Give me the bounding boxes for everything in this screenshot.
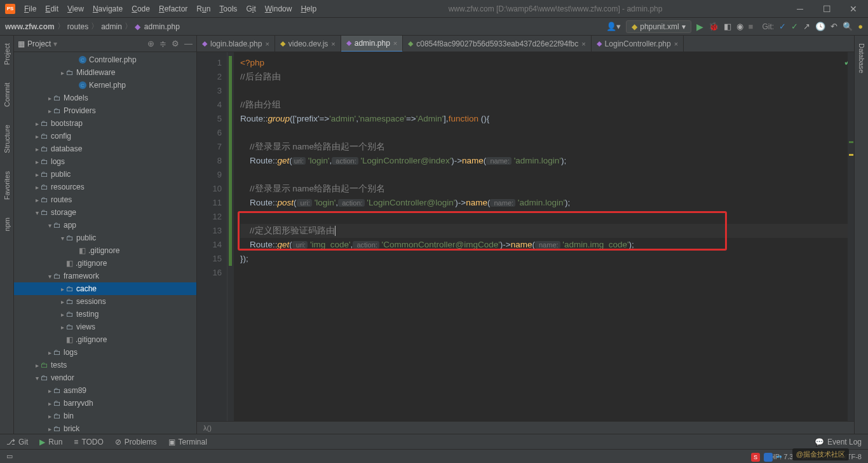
tree-node-resources[interactable]: ▸🗀resources [14, 181, 196, 193]
git-history-button[interactable]: 🕓 [815, 22, 825, 31]
tree-node--gitignore[interactable]: ◧.gitignore [14, 333, 196, 346]
tool-git[interactable]: ⎇Git [6, 438, 28, 446]
tree-node-routes[interactable]: ▸🗀routes [14, 193, 196, 206]
line-gutter[interactable]: 12345678910111213141516 [197, 52, 227, 421]
user-icon[interactable]: 👤▾ [606, 22, 621, 31]
quick-actions-icon[interactable]: ▭ [6, 452, 13, 460]
tree-node-app[interactable]: ▾🗀app [14, 219, 196, 232]
coverage-button[interactable]: ◧ [724, 22, 731, 31]
tree-node-public[interactable]: ▸🗀public [14, 168, 196, 181]
menu-file[interactable]: File [20, 3, 40, 15]
debug-button[interactable]: 🐞 [709, 22, 719, 31]
tab-admin-php[interactable]: ◆admin.php× [341, 36, 403, 52]
tab-video-dev-js[interactable]: ◆video.dev.js× [275, 36, 341, 52]
tree-node-cache[interactable]: ▸🗀cache [14, 282, 196, 295]
window-title: www.zfw.com [D:\wamp64\www\test\www.zfw.… [320, 4, 790, 13]
tree-node-barryvdh[interactable]: ▸🗀barryvdh [14, 397, 196, 410]
tree-node-middleware[interactable]: ▸🗀Middleware [14, 66, 196, 79]
tree-node-asm89[interactable]: ▸🗀asm89 [14, 384, 196, 397]
tree-node-logs[interactable]: ▸🗀logs [14, 155, 196, 168]
tree-node-public[interactable]: ▾🗀public [14, 232, 196, 244]
rail-favorites[interactable]: Favorites [2, 169, 12, 202]
error-stripe[interactable] [848, 52, 854, 421]
tree-node-storage[interactable]: ▾🗀storage [14, 206, 196, 219]
tool-run[interactable]: ▶Run [39, 438, 62, 446]
tray-icon-1[interactable]: S [751, 453, 760, 462]
git-push-button[interactable]: ↗ [803, 22, 810, 31]
close-icon[interactable]: × [581, 40, 585, 48]
tab-logincontroller-php[interactable]: ◆LoginController.php× [592, 36, 684, 52]
git-rollback-button[interactable]: ↶ [831, 22, 837, 31]
tree-node-controller-php[interactable]: CController.php [14, 53, 196, 66]
tray-icon-2[interactable] [764, 453, 773, 462]
menu-edit[interactable]: Edit [41, 3, 62, 15]
rail-commit[interactable]: Commit [2, 80, 12, 109]
minimize-button[interactable]: ─ [790, 4, 810, 14]
tree-node-kernel-php[interactable]: CKernel.php [14, 79, 196, 92]
tree-node-tests[interactable]: ▸🗀tests [14, 359, 196, 371]
menu-help[interactable]: Help [297, 3, 320, 15]
menu-navigate[interactable]: Navigate [89, 3, 126, 15]
tray-icon-3[interactable]: •• [776, 453, 785, 462]
menu-refactor[interactable]: Refactor [155, 3, 191, 15]
rail-project[interactable]: Project [2, 41, 12, 67]
profile-button[interactable]: ◉ [736, 22, 743, 31]
tree-node-bin[interactable]: ▸🗀bin [14, 410, 196, 422]
tool-problems[interactable]: ⊘Problems [115, 438, 157, 446]
tool-eventlog[interactable]: 💬Event Log [815, 438, 862, 446]
rail-structure[interactable]: Structure [2, 122, 12, 156]
tree-node-bootstrap[interactable]: ▸🗀bootstrap [14, 117, 196, 130]
locate-icon[interactable]: ⊕ [147, 39, 154, 48]
close-icon[interactable]: × [393, 39, 397, 47]
git-commit-button[interactable]: ✓ [791, 22, 798, 31]
tab-c0854f8ac99027b56d5933eab437d26e22f94fbc[interactable]: ◆c0854f8ac99027b56d5933eab437d26e22f94fb… [403, 36, 591, 52]
tool-terminal[interactable]: ▣Terminal [168, 438, 207, 446]
project-tree[interactable]: CController.php▸🗀MiddlewareCKernel.php▸🗀… [14, 52, 196, 434]
tree-node-models[interactable]: ▸🗀Models [14, 92, 196, 104]
tree-node-database[interactable]: ▸🗀database [14, 142, 196, 155]
tree-node-testing[interactable]: ▸🗀testing [14, 308, 196, 321]
tree-node-brick[interactable]: ▸🗀brick [14, 422, 196, 434]
code-editor[interactable]: <?php //后台路由 //路由分组 Route::group(['prefi… [234, 52, 854, 421]
crumb-file[interactable]: admin.php [144, 22, 180, 31]
editor-tabs: ◆login.blade.php×◆video.dev.js×◆admin.ph… [197, 36, 854, 52]
tree-node-providers[interactable]: ▸🗀Providers [14, 104, 196, 117]
crumb-admin[interactable]: admin [101, 22, 122, 31]
tree-node-sessions[interactable]: ▸🗀sessions [14, 295, 196, 308]
close-icon[interactable]: × [265, 40, 269, 48]
tree-node-framework[interactable]: ▾🗀framework [14, 270, 196, 282]
gear-icon[interactable]: ⚙ [172, 39, 179, 48]
rail-npm[interactable]: npm [2, 215, 12, 233]
tree-node--gitignore[interactable]: ◧.gitignore [14, 244, 196, 257]
menu-view[interactable]: View [64, 3, 88, 15]
stop-button[interactable]: ■ [749, 22, 754, 31]
close-button[interactable]: ✕ [844, 4, 863, 14]
crumb-routes[interactable]: routes [67, 22, 88, 31]
close-icon[interactable]: × [331, 40, 335, 48]
rail-database[interactable]: Database [857, 41, 867, 76]
todo-icon: ≡ [74, 438, 78, 446]
hide-icon[interactable]: — [184, 39, 193, 48]
maximize-button[interactable]: ☐ [817, 4, 836, 14]
tree-node-views[interactable]: ▸🗀views [14, 321, 196, 333]
menu-window[interactable]: Window [261, 3, 296, 15]
tree-node-vendor[interactable]: ▾🗀vendor [14, 371, 196, 384]
run-button[interactable]: ▶ [696, 22, 703, 32]
tab-login-blade-php[interactable]: ◆login.blade.php× [197, 36, 275, 52]
search-icon[interactable]: 🔍 [843, 22, 853, 31]
git-update-button[interactable]: ✓ [779, 22, 786, 31]
menu-code[interactable]: Code [128, 3, 154, 15]
tree-node-logs[interactable]: ▸🗀logs [14, 346, 196, 359]
ide-update-icon[interactable]: ● [858, 22, 863, 31]
tree-node-config[interactable]: ▸🗀config [14, 130, 196, 142]
menu-git[interactable]: Git [242, 3, 259, 15]
menu-tools[interactable]: Tools [215, 3, 241, 15]
close-icon[interactable]: × [674, 40, 678, 48]
expand-icon[interactable]: ≑ [159, 39, 166, 48]
eventlog-icon: 💬 [815, 438, 824, 446]
menu-run[interactable]: Run [193, 3, 214, 15]
run-config-dropdown[interactable]: ◆ phpunit.xml ▾ [626, 20, 691, 33]
tool-todo[interactable]: ≡TODO [74, 438, 103, 446]
tree-node--gitignore[interactable]: ◧.gitignore [14, 257, 196, 270]
crumb-project[interactable]: www.zfw.com [5, 22, 55, 31]
